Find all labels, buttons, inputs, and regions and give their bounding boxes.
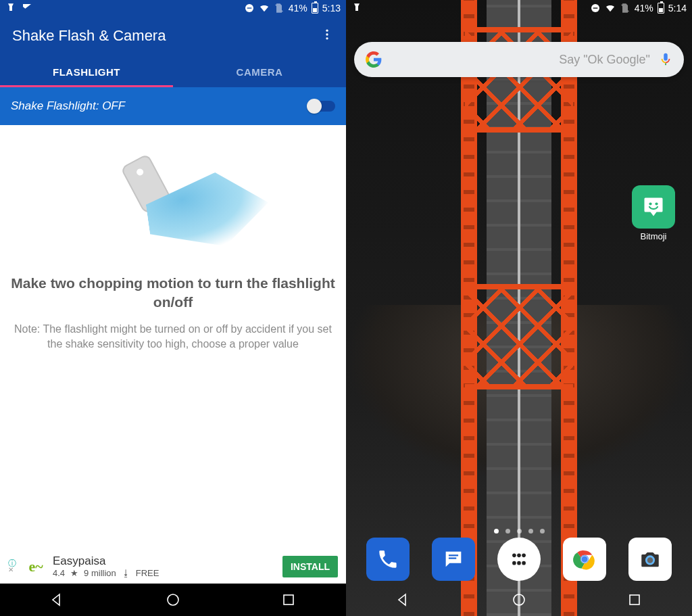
back-button[interactable]: [49, 592, 66, 608]
tab-flashlight[interactable]: FLASHLIGHT: [0, 55, 173, 87]
search-hint: Say "Ok Google": [559, 53, 650, 67]
shake-toggle-switch[interactable]: [308, 101, 335, 112]
instruction-panel: Make two chopping motion to turn the fla…: [0, 125, 346, 549]
battery-icon: [312, 3, 318, 14]
svg-rect-9: [593, 7, 597, 8]
svg-point-20: [522, 561, 526, 565]
ad-install-button[interactable]: INSTALL: [282, 556, 338, 577]
tab-camera[interactable]: CAMERA: [173, 55, 346, 87]
ad-downloads: 9 million: [84, 568, 116, 578]
svg-point-15: [512, 554, 516, 558]
dock-chrome[interactable]: [563, 538, 606, 581]
android-nav-bar: [0, 584, 346, 616]
ad-close-icon[interactable]: ✕: [8, 567, 14, 573]
svg-point-16: [517, 554, 521, 558]
ad-rating: 4.4: [53, 568, 65, 578]
svg-rect-7: [284, 595, 293, 605]
svg-point-4: [326, 33, 328, 35]
svg-point-3: [326, 30, 328, 32]
app-bar: Shake Flash & Camera: [0, 16, 346, 55]
wifi-icon: [259, 3, 270, 14]
phone-left: 41% 5:13 Shake Flash & Camera FLASHLIGHT…: [0, 0, 346, 616]
instruction-headline: Make two chopping motion to turn the fla…: [11, 274, 335, 312]
chop-illustration: [99, 152, 247, 254]
dock-app-drawer[interactable]: [497, 538, 541, 581]
ad-price: FREE: [136, 568, 159, 578]
dock-camera[interactable]: [628, 538, 672, 581]
flashlight-status-icon: [351, 3, 362, 14]
ad-app-name: Easypaisa: [53, 554, 159, 568]
no-sim-icon: [274, 3, 285, 14]
battery-percent: 41%: [635, 3, 653, 14]
shake-toggle-label: Shake Flashlight: OFF: [11, 99, 125, 113]
svg-point-6: [168, 594, 178, 605]
ad-badge: ⓘ ✕: [8, 560, 19, 573]
google-logo-icon: [365, 51, 382, 68]
checkmark-status-icon: [22, 3, 32, 14]
status-bar: 41% 5:13: [0, 0, 346, 16]
ad-meta: 4.4 ★ 9 million ⭳ FREE: [53, 568, 159, 578]
home-grid[interactable]: Bitmoji: [346, 77, 692, 616]
svg-point-18: [512, 561, 516, 565]
google-search-bar[interactable]: Say "Ok Google": [354, 42, 684, 77]
mic-icon[interactable]: [658, 52, 673, 67]
ad-banner[interactable]: ⓘ ✕ e~ Easypaisa 4.4 ★ 9 million ⭳ FREE …: [0, 549, 346, 584]
overflow-menu-button[interactable]: [320, 28, 334, 44]
shake-toggle-row: Shake Flashlight: OFF: [0, 87, 346, 125]
battery-percent: 41%: [289, 3, 307, 14]
status-bar: 41% 5:14: [346, 0, 692, 16]
instruction-note: Note: The flashlight might be turned on …: [11, 322, 335, 352]
tab-bar: FLASHLIGHT CAMERA: [0, 55, 346, 87]
svg-point-11: [649, 202, 651, 205]
wifi-icon: [605, 3, 616, 14]
dock-messages[interactable]: [432, 538, 475, 581]
clock: 5:13: [322, 3, 341, 14]
page-indicator[interactable]: [346, 529, 692, 534]
svg-point-19: [517, 561, 521, 565]
recent-apps-button[interactable]: [280, 592, 297, 608]
dock-phone[interactable]: [366, 538, 410, 581]
app-bitmoji[interactable]: Bitmoji: [630, 185, 677, 241]
home-button[interactable]: [165, 592, 181, 608]
app-bitmoji-label: Bitmoji: [640, 231, 666, 241]
star-icon: ★: [70, 568, 78, 578]
adchoices-icon[interactable]: ⓘ: [8, 560, 16, 567]
dnd-icon: [590, 3, 601, 14]
no-sim-icon: [620, 3, 631, 14]
svg-point-5: [326, 37, 328, 39]
app-title: Shake Flash & Camera: [12, 27, 166, 45]
dock: [346, 538, 692, 581]
clock: 5:14: [668, 3, 687, 14]
svg-rect-1: [247, 7, 251, 8]
ad-app-icon: e~: [24, 555, 47, 578]
dnd-icon: [244, 3, 255, 14]
flashlight-status-icon: [5, 3, 16, 14]
phone-right: 41% 5:14 Say "Ok Google": [346, 0, 692, 616]
svg-point-12: [655, 202, 658, 205]
download-icon: ⭳: [122, 568, 130, 578]
svg-point-17: [522, 554, 526, 558]
battery-icon: [658, 3, 664, 14]
